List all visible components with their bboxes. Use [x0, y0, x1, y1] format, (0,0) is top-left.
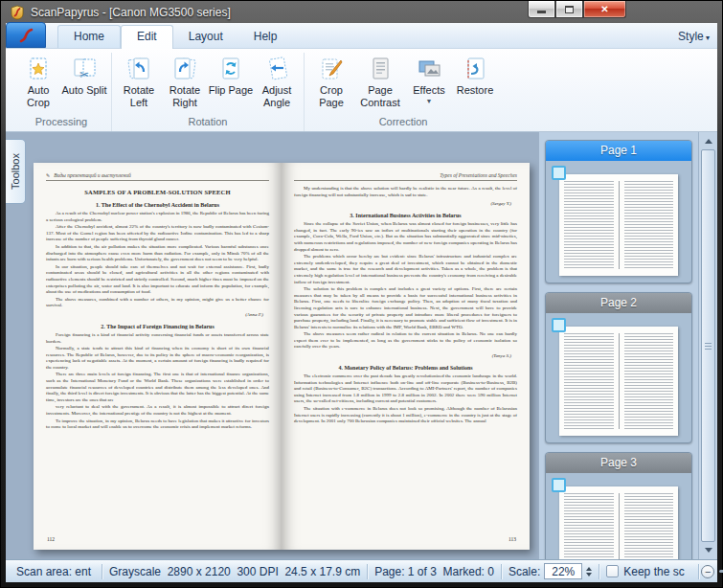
thumbnail-scrollbar[interactable] — [698, 132, 717, 559]
page-select-checkbox[interactable] — [552, 478, 566, 492]
ribbon-toolbar: Auto Crop ✂ Auto Split Processing Rotate… — [6, 49, 717, 132]
flip-page-button[interactable]: Flip Page — [208, 53, 254, 116]
keep-scale-label: Keep the sc — [623, 565, 684, 578]
minimize-button[interactable] — [528, 1, 555, 18]
toolbox-tab[interactable]: Toolbox — [6, 139, 26, 204]
rotate-left-button[interactable]: Rotate Left — [116, 53, 162, 116]
close-button[interactable]: ✕ — [583, 1, 626, 18]
spinner-down-icon — [586, 573, 592, 577]
page-thumbnail-image — [559, 327, 678, 436]
ribbon-group-correction: Crop Page Page Contrast Effects ▼ — [304, 53, 502, 131]
arrow-up-icon — [705, 139, 712, 144]
auto-split-icon: ✂ — [70, 55, 99, 83]
effects-icon — [415, 55, 443, 83]
arrow-down-icon — [705, 548, 712, 553]
scanned-page-right: Types of Presentations and Speeches My u… — [282, 163, 530, 550]
style-dropdown[interactable]: Style ▾ — [678, 30, 710, 43]
chevron-down-icon: ▾ — [704, 34, 710, 42]
page-number: 112 — [47, 536, 55, 542]
spinner-up-icon — [586, 567, 592, 571]
tab-edit[interactable]: Edit — [121, 25, 173, 49]
page-contrast-button[interactable]: Page Contrast — [354, 53, 406, 116]
signature: (Sergey Y.) — [294, 201, 511, 206]
scroll-down-button[interactable] — [701, 543, 715, 557]
toolbox-strip: Toolbox — [6, 132, 26, 559]
thumbnail-panel: Page 1 Page 2 Page 3 — [539, 132, 698, 559]
effects-dropdown-arrow-icon: ▼ — [426, 98, 433, 104]
thumbnail-header: Page 2 — [546, 293, 691, 313]
page-thumbnail-image — [559, 486, 678, 559]
adjust-angle-icon — [262, 55, 291, 83]
page-contrast-icon — [366, 55, 395, 83]
document-canvas[interactable]: ✎Виды презентаций и выступлений SAMPLES … — [26, 132, 539, 559]
signature: (Anna F.) — [46, 312, 263, 317]
auto-crop-button[interactable]: Auto Crop — [15, 53, 61, 116]
minimize-icon — [537, 11, 546, 13]
status-bar: Scan area: ent Grayscale 2890 x 2120 300… — [6, 559, 717, 582]
group-label-rotation: Rotation — [116, 116, 300, 131]
app-menu-button[interactable] — [6, 22, 46, 48]
restore-button[interactable]: Restore — [452, 53, 498, 116]
crop-page-button[interactable]: Crop Page — [308, 53, 354, 116]
scrollbar-thumb[interactable] — [701, 149, 715, 542]
thumbnail-header: Page 3 — [546, 453, 691, 473]
scroll-up-button[interactable] — [701, 134, 715, 148]
flip-page-icon — [216, 55, 245, 83]
rotate-right-icon — [170, 55, 199, 83]
status-page-info: Page: 1 of 3 Marked: 0 — [368, 565, 501, 578]
page-select-checkbox[interactable] — [552, 318, 566, 332]
ribbon-group-rotation: Rotate Left Rotate Right Flip Page — [111, 53, 304, 131]
auto-split-button[interactable]: ✂ Auto Split — [61, 53, 107, 116]
adjust-angle-button[interactable]: Adjust Angle — [254, 53, 300, 116]
thumbnail-header: Page 1 — [546, 141, 691, 161]
rotate-left-icon — [124, 55, 153, 83]
maximize-button[interactable] — [555, 1, 583, 18]
signature: (Tanya S.) — [294, 353, 511, 358]
scale-label: Scale: — [508, 565, 540, 578]
app-menu-swoosh-icon — [15, 26, 36, 45]
divider — [698, 564, 699, 579]
rotate-right-button[interactable]: Rotate Right — [162, 53, 208, 116]
scale-input[interactable]: 22% — [544, 563, 582, 579]
auto-crop-icon — [24, 55, 53, 83]
page-select-checkbox[interactable] — [552, 166, 566, 180]
page-thumbnail-image — [559, 174, 678, 276]
scale-control: Scale: 22% — [502, 563, 599, 579]
app-window: ScanPapyrus - [Canon MG3500 series] ✕ Ho… — [0, 0, 723, 588]
scanned-spread: ✎Виды презентаций и выступлений SAMPLES … — [34, 163, 530, 550]
app-logo-icon — [10, 5, 25, 20]
maximize-icon — [565, 6, 574, 13]
group-label-processing: Processing — [15, 116, 107, 131]
zoom-slider-track[interactable] — [719, 570, 723, 573]
tab-help[interactable]: Help — [238, 26, 293, 48]
crop-page-icon — [317, 55, 346, 83]
document-title: SAMPLES OF A PROBLEM-SOLUTION SPEECH — [46, 189, 269, 195]
page-header: Types of Presentations and Speeches — [440, 172, 517, 178]
ribbon-group-processing: Auto Crop ✂ Auto Split Processing — [11, 53, 111, 131]
pencil-icon: ✎ — [46, 172, 50, 178]
title-bar: ScanPapyrus - [Canon MG3500 series] ✕ — [6, 1, 717, 23]
thumbnail-page-2[interactable]: Page 2 — [545, 292, 692, 443]
page-header: Виды презентаций и выступлений — [54, 172, 131, 178]
group-label-correction: Correction — [308, 116, 498, 131]
keep-scale-checkbox[interactable] — [606, 565, 619, 577]
restore-icon — [461, 55, 489, 83]
status-image-info: Grayscale 2890 x 2120 300 DPI 24.5 x 17.… — [102, 565, 367, 578]
zoom-out-button[interactable]: − — [701, 565, 714, 578]
page-number: 113 — [508, 536, 516, 542]
tab-layout[interactable]: Layout — [173, 26, 238, 48]
thumbnail-page-3[interactable]: Page 3 — [545, 452, 692, 559]
keep-scale-option: Keep the sc — [599, 565, 698, 578]
status-scan-area: Scan area: ent — [10, 565, 102, 578]
close-icon: ✕ — [600, 4, 608, 14]
scanned-page-left: ✎Виды презентаций и выступлений SAMPLES … — [34, 163, 282, 550]
thumbnail-page-1[interactable]: Page 1 — [545, 140, 692, 283]
scale-spinner[interactable] — [586, 567, 592, 577]
svg-text:✂: ✂ — [79, 68, 89, 81]
window-title: ScanPapyrus - [Canon MG3500 series] — [31, 6, 231, 19]
effects-button[interactable]: Effects ▼ — [406, 53, 452, 116]
zoom-slider-control: − + — [701, 565, 723, 578]
ribbon-tab-bar: Home Edit Layout Help Style ▾ — [6, 23, 717, 49]
tab-home[interactable]: Home — [57, 25, 121, 48]
